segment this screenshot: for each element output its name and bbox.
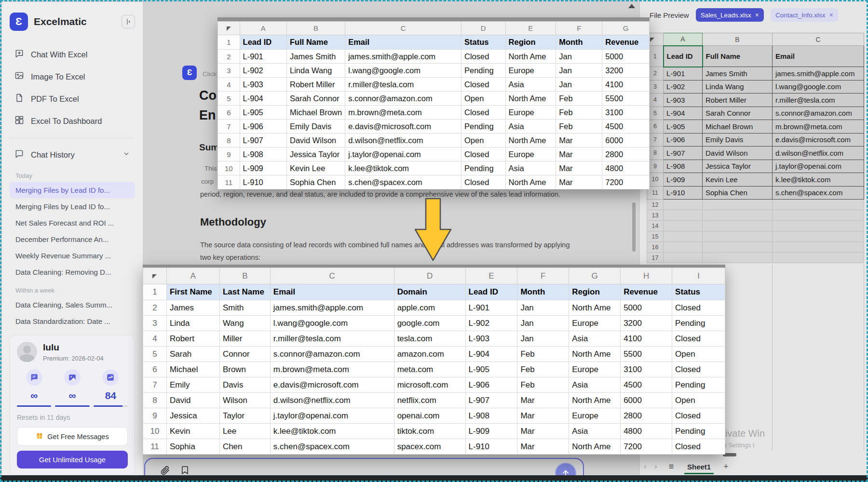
sidebar-item-chat-with-excel[interactable]: Chat With Excel	[10, 43, 135, 66]
cell[interactable]	[664, 221, 703, 231]
cell[interactable]: e.davis@microsoft.com	[773, 133, 864, 147]
sheet-next-icon[interactable]: ›	[651, 462, 661, 471]
add-sheet-icon[interactable]: +	[723, 462, 729, 472]
history-item[interactable]: December Performance An...	[10, 231, 135, 247]
cell[interactable]	[773, 210, 864, 221]
file-tab[interactable]: Sales_Leads.xlsx×	[696, 8, 764, 22]
cell[interactable]: l.wang@google.com	[773, 80, 864, 94]
get-unlimited-usage-button[interactable]: Get Unlimited Usage	[17, 451, 128, 469]
cell[interactable]: k.lee@tiktok.com	[773, 173, 864, 187]
cell[interactable]	[703, 231, 773, 242]
cell[interactable]: L-903	[664, 94, 703, 107]
cell[interactable]	[773, 231, 864, 242]
sidebar-item-chat-history[interactable]: Chat History	[10, 144, 135, 165]
cell: Jessica	[166, 408, 219, 424]
chat-scrollbar[interactable]	[632, 202, 636, 252]
row-number[interactable]: 12	[647, 200, 664, 210]
cell: North Ame	[569, 300, 621, 316]
row-number[interactable]: 16	[647, 242, 664, 253]
cell[interactable]: Emily Davis	[703, 133, 773, 147]
scroll-up-icon[interactable]	[628, 4, 635, 8]
history-item[interactable]: Weekly Revenue Summary ...	[10, 248, 135, 264]
row-number: 7	[218, 120, 240, 134]
cell[interactable]: d.wilson@netflix.com	[773, 147, 864, 160]
history-item[interactable]: Data Cleaning, Sales Summ...	[10, 297, 135, 313]
cell[interactable]: Michael Brown	[703, 120, 773, 134]
cell[interactable]: L-910	[664, 186, 703, 200]
cell[interactable]	[703, 253, 773, 263]
cell[interactable]: James Smith	[703, 67, 773, 80]
header-cell[interactable]: Email	[773, 46, 864, 67]
cell: Europe	[505, 64, 556, 78]
cell[interactable]	[773, 253, 864, 263]
cell[interactable]: j.taylor@openai.com	[773, 160, 864, 173]
header-cell[interactable]: Lead ID	[664, 46, 703, 67]
cell[interactable]: L-904	[664, 107, 703, 120]
column-header-A[interactable]: A	[664, 33, 703, 46]
history-item[interactable]: Merging Files by Lead ID fo...	[10, 182, 135, 198]
cell[interactable]: L-905	[664, 120, 703, 134]
cell: Sarah	[166, 347, 219, 362]
row-number: 1	[218, 35, 240, 50]
cell[interactable]: L-908	[664, 160, 703, 173]
row-number[interactable]: 17	[647, 253, 664, 263]
cell[interactable]: L-906	[664, 133, 703, 147]
cell[interactable]: David Wilson	[703, 147, 773, 160]
cell[interactable]: s.chen@spacex.com	[773, 186, 864, 200]
sidebar-item-image-to-excel[interactable]: Image To Excel	[10, 66, 135, 88]
get-free-messages-button[interactable]: Get Free Messages	[17, 427, 128, 446]
corner-triangle-icon	[650, 38, 654, 42]
column-header-B[interactable]: B	[703, 33, 773, 46]
sheet-tab-sheet1[interactable]: Sheet1	[681, 461, 717, 473]
row-number[interactable]: 14	[647, 221, 664, 231]
cell: Feb	[517, 377, 569, 393]
cell[interactable]: L-902	[664, 80, 703, 94]
cell[interactable]: Sophia Chen	[703, 186, 773, 200]
history-item[interactable]: Data Standardization: Date ...	[10, 313, 135, 329]
cell[interactable]	[664, 253, 703, 263]
cell[interactable]	[664, 231, 703, 242]
cell[interactable]: Sarah Connor	[703, 107, 773, 120]
cell[interactable]: L-901	[664, 67, 703, 80]
row-number: 6	[218, 106, 240, 120]
usage-stats: ∞∞84	[17, 369, 128, 407]
cell[interactable]: m.brown@meta.com	[773, 120, 864, 134]
cell[interactable]: Robert Miller	[703, 94, 773, 107]
header-cell[interactable]: Full Name	[703, 46, 773, 67]
sidebar-item-pdf-to-excel[interactable]: PDF To Excel	[10, 88, 135, 110]
cell[interactable]	[703, 242, 773, 253]
cell[interactable]	[773, 221, 864, 231]
cell[interactable]	[664, 200, 703, 210]
cell[interactable]: L-907	[664, 147, 703, 160]
cell[interactable]	[703, 200, 773, 210]
cell[interactable]: s.connor@amazon.com	[773, 107, 864, 120]
cell[interactable]	[773, 200, 864, 210]
row-number[interactable]: 13	[647, 210, 664, 221]
cell[interactable]: james.smith@apple.com	[773, 67, 864, 80]
close-icon[interactable]: ×	[829, 11, 833, 19]
cell[interactable]	[703, 210, 773, 221]
cell: apple.com	[394, 300, 465, 316]
close-icon[interactable]: ×	[755, 11, 759, 19]
cell[interactable]	[664, 242, 703, 253]
cell[interactable]: Linda Wang	[703, 80, 773, 94]
history-item[interactable]: Merging Files by Lead ID fo...	[10, 199, 135, 214]
column-header-C[interactable]: C	[773, 33, 864, 46]
sheet-prev-icon[interactable]: ‹	[640, 462, 651, 471]
history-item[interactable]: Net Sales Forecast and ROI ...	[10, 215, 135, 231]
avatar[interactable]	[17, 342, 37, 362]
row-number[interactable]: 15	[647, 231, 664, 242]
file-tab[interactable]: Contact_Info.xlsx×	[771, 8, 838, 22]
cell[interactable]	[703, 221, 773, 231]
collapse-sidebar-icon[interactable]	[122, 15, 135, 28]
cell[interactable]: Kevin Lee	[703, 173, 773, 187]
sidebar-item-excel-to-dashboard[interactable]: Excel To Dashboard	[10, 110, 135, 132]
cell[interactable]: r.miller@tesla.com	[773, 94, 864, 107]
cell[interactable]	[664, 210, 703, 221]
history-item[interactable]: Data Cleaning: Removing D...	[10, 264, 135, 280]
cell[interactable]: L-909	[664, 173, 703, 187]
sheet-menu-icon[interactable]: ≡	[665, 462, 678, 472]
header-cell: Region	[505, 35, 556, 50]
cell[interactable]: Jessica Taylor	[703, 160, 773, 173]
cell[interactable]	[773, 242, 864, 253]
